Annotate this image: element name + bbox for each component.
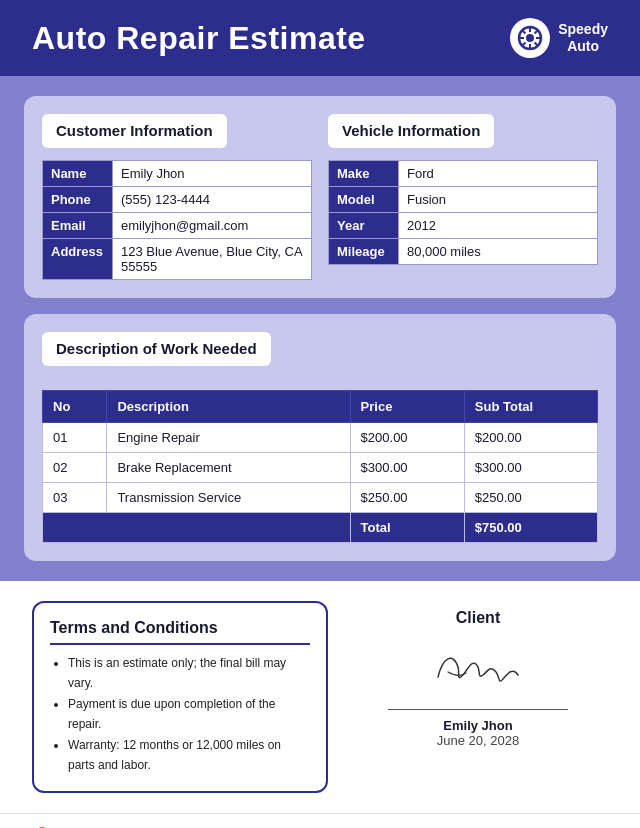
total-label: Total (350, 513, 464, 543)
value-make: Ford (399, 161, 598, 187)
value-name: Emily Jhon (113, 161, 312, 187)
customer-info-header: Customer Information (42, 114, 227, 148)
row3-desc: Transmission Service (107, 483, 350, 513)
svg-line-8 (535, 30, 539, 34)
footer: 📍 3877 Clinton Street Portland, OR 97204… (0, 813, 640, 828)
total-row: Total $750.00 (43, 513, 598, 543)
col-subtotal: Sub Total (464, 391, 597, 423)
value-email: emilyjhon@gmail.com (113, 213, 312, 239)
svg-point-1 (526, 34, 534, 42)
table-row: Address 123 Blue Avenue, Blue City, CA 5… (43, 239, 312, 280)
signature-box: Client Emily Jhon June 20, 2028 (348, 601, 608, 748)
bottom-section: Terms and Conditions This is an estimate… (0, 581, 640, 813)
label-mileage: Mileage (329, 239, 399, 265)
logo-text: Speedy Auto (558, 21, 608, 55)
terms-item-3: Warranty: 12 months or 12,000 miles on p… (68, 735, 310, 776)
row1-desc: Engine Repair (107, 423, 350, 453)
row1-subtotal: $200.00 (464, 423, 597, 453)
vehicle-info-title: Vehicle Information (342, 122, 480, 139)
label-model: Model (329, 187, 399, 213)
label-year: Year (329, 213, 399, 239)
work-table-header-row: No Description Price Sub Total (43, 391, 598, 423)
label-address: Address (43, 239, 113, 280)
info-panel: Customer Information Name Emily Jhon Pho… (24, 96, 616, 298)
row3-price: $250.00 (350, 483, 464, 513)
info-grid: Customer Information Name Emily Jhon Pho… (42, 114, 598, 280)
work-row-1: 01 Engine Repair $200.00 $200.00 (43, 423, 598, 453)
vehicle-info-table: Make Ford Model Fusion Year 2012 Mileage… (328, 160, 598, 265)
customer-info-section: Customer Information Name Emily Jhon Pho… (42, 114, 312, 280)
work-row-3: 03 Transmission Service $250.00 $250.00 (43, 483, 598, 513)
signature-name: Emily Jhon (348, 718, 608, 733)
description-section: Description of Work Needed No Descriptio… (24, 314, 616, 561)
table-row: Mileage 80,000 miles (329, 239, 598, 265)
vehicle-info-section: Vehicle Information Make Ford Model Fusi… (328, 114, 598, 280)
vehicle-info-header: Vehicle Information (328, 114, 494, 148)
table-row: Year 2012 (329, 213, 598, 239)
table-row: Email emilyjhon@gmail.com (43, 213, 312, 239)
main-content: Customer Information Name Emily Jhon Pho… (0, 76, 640, 581)
row2-price: $300.00 (350, 453, 464, 483)
terms-list: This is an estimate only; the final bill… (50, 653, 310, 775)
total-empty (43, 513, 351, 543)
row2-desc: Brake Replacement (107, 453, 350, 483)
customer-info-table: Name Emily Jhon Phone (555) 123-4444 Ema… (42, 160, 312, 280)
description-title: Description of Work Needed (56, 340, 257, 357)
logo: Speedy Auto (510, 18, 608, 58)
value-year: 2012 (399, 213, 598, 239)
col-no: No (43, 391, 107, 423)
label-phone: Phone (43, 187, 113, 213)
label-make: Make (329, 161, 399, 187)
signature-line (388, 709, 568, 710)
row3-no: 03 (43, 483, 107, 513)
svg-line-6 (522, 30, 526, 34)
description-header: Description of Work Needed (42, 332, 271, 366)
row2-subtotal: $300.00 (464, 453, 597, 483)
value-mileage: 80,000 miles (399, 239, 598, 265)
row1-no: 01 (43, 423, 107, 453)
signature-date: June 20, 2028 (348, 733, 608, 748)
table-row: Name Emily Jhon (43, 161, 312, 187)
value-address: 123 Blue Avenue, Blue City, CA 55555 (113, 239, 312, 280)
work-table: No Description Price Sub Total 01 Engine… (42, 390, 598, 543)
value-model: Fusion (399, 187, 598, 213)
col-description: Description (107, 391, 350, 423)
row3-subtotal: $250.00 (464, 483, 597, 513)
svg-line-7 (535, 43, 539, 47)
total-value: $750.00 (464, 513, 597, 543)
signature-drawing (418, 637, 538, 697)
table-row: Phone (555) 123-4444 (43, 187, 312, 213)
customer-info-title: Customer Information (56, 122, 213, 139)
work-row-2: 02 Brake Replacement $300.00 $300.00 (43, 453, 598, 483)
header: Auto Repair Estimate Speedy Auto (0, 0, 640, 76)
value-phone: (555) 123-4444 (113, 187, 312, 213)
logo-icon (510, 18, 550, 58)
terms-box: Terms and Conditions This is an estimate… (32, 601, 328, 793)
row1-price: $200.00 (350, 423, 464, 453)
col-price: Price (350, 391, 464, 423)
page-title: Auto Repair Estimate (32, 20, 366, 57)
table-row: Make Ford (329, 161, 598, 187)
row2-no: 02 (43, 453, 107, 483)
label-email: Email (43, 213, 113, 239)
signature-title: Client (348, 609, 608, 627)
label-name: Name (43, 161, 113, 187)
svg-line-9 (522, 43, 526, 47)
table-row: Model Fusion (329, 187, 598, 213)
terms-item-1: This is an estimate only; the final bill… (68, 653, 310, 694)
terms-item-2: Payment is due upon completion of the re… (68, 694, 310, 735)
terms-title: Terms and Conditions (50, 619, 310, 645)
